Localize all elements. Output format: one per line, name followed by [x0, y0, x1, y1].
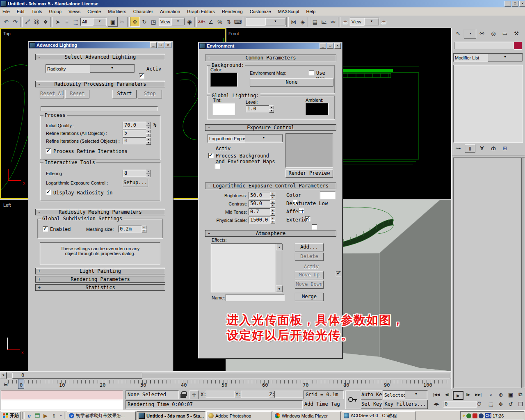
level-spinner[interactable]: ▴▾: [269, 105, 274, 112]
contrast-spinner[interactable]: ▴▾: [270, 200, 275, 207]
play-icon[interactable]: ▶: [453, 391, 463, 400]
use-map-checkbox[interactable]: [309, 70, 314, 75]
meshing-size-field[interactable]: 0.2m: [118, 226, 143, 233]
reset-button[interactable]: Reset: [65, 90, 89, 98]
ref-coord-dropdown[interactable]: View▼: [159, 18, 185, 26]
schematic-view-icon[interactable]: ⚯: [329, 17, 338, 26]
zoom-extents-all-icon[interactable]: ⧉: [516, 390, 525, 399]
menu-create[interactable]: Create: [87, 9, 101, 14]
trackbar-left-arrow[interactable]: <: [0, 372, 7, 379]
selection-filter-dropdown[interactable]: All▼: [80, 18, 107, 26]
rotate-icon[interactable]: ↻: [140, 17, 149, 26]
remove-modifier-icon[interactable]: ȸ: [488, 144, 498, 152]
rollout-rendering-parameters[interactable]: +Rendering Parameters: [35, 276, 165, 283]
maxscript-listener-pink[interactable]: [1, 390, 123, 400]
taskbar-item-wmp[interactable]: Windows Media Player: [273, 411, 341, 420]
brightness-spinner[interactable]: ▴▾: [270, 192, 275, 199]
show-end-result-icon[interactable]: ‖: [465, 144, 475, 153]
object-name-field[interactable]: [454, 42, 514, 49]
auto-key-button[interactable]: Auto Key: [361, 390, 382, 399]
open-minitrack-icon[interactable]: ⊟: [2, 381, 10, 388]
undo-icon[interactable]: ↶: [2, 17, 11, 26]
menu-help[interactable]: Help: [306, 9, 316, 14]
rollout-atmosphere[interactable]: -Atmosphere: [205, 230, 336, 237]
minimize-button[interactable]: _: [504, 1, 511, 7]
merge-button[interactable]: Merge: [295, 293, 324, 301]
exposure-color-swatch[interactable]: [320, 192, 336, 199]
move-down-button[interactable]: Move Down: [295, 281, 324, 289]
set-keys-button[interactable]: [345, 390, 360, 409]
minimize-button[interactable]: _: [320, 43, 326, 49]
menu-character[interactable]: Character: [133, 9, 153, 14]
reset-all-button[interactable]: Reset All: [40, 90, 64, 98]
brightness-field[interactable]: 50.0: [249, 192, 272, 199]
quicklaunch-desktop-icon[interactable]: 🗔︎: [33, 412, 41, 419]
menu-edit[interactable]: Edit: [17, 9, 25, 14]
render-preview-button[interactable]: Render Preview: [285, 169, 333, 178]
menu-views[interactable]: Views: [68, 9, 80, 14]
use-center-icon[interactable]: ◉: [185, 17, 194, 26]
zoom-extents-icon[interactable]: ▣: [506, 390, 515, 399]
stop-button[interactable]: Stop: [138, 90, 162, 98]
close-button[interactable]: ✕: [334, 43, 341, 49]
align-icon[interactable]: ◈: [298, 17, 307, 26]
display-radiosity-checkbox[interactable]: [46, 190, 51, 195]
quicklaunch-ie-icon[interactable]: e: [25, 412, 33, 419]
refine-selected-field[interactable]: 0: [123, 137, 147, 144]
physical-scale-field[interactable]: 1500.0: [249, 217, 272, 224]
move-icon[interactable]: ✥: [130, 17, 140, 27]
zoom-all-icon[interactable]: ⊕: [496, 390, 505, 399]
taskbar-item-acdsee[interactable]: ACDSee v4.0 - C:\教程: [342, 411, 415, 420]
volume-icon[interactable]: 🕩︎: [462, 413, 465, 418]
time-ruler[interactable]: ⊟ 0 10 20 30 40 50 60 70 80 90 100: [0, 379, 451, 389]
close-button[interactable]: ✕: [519, 1, 525, 7]
quicklaunch-overflow-icon[interactable]: »: [58, 412, 64, 419]
process-refine-checkbox[interactable]: [46, 148, 51, 154]
advanced-lighting-titlebar[interactable]: Advanced Lighting _ ❐ ✕: [29, 42, 172, 48]
rollout-radiosity-meshing[interactable]: -Radiosity Meshing Parameters: [35, 209, 165, 215]
rollout-select-advanced-lighting[interactable]: -Select Advanced Lighting: [35, 54, 165, 60]
menu-tools[interactable]: Tools: [32, 9, 42, 14]
named-selection-dropdown[interactable]: ▼: [246, 18, 286, 26]
taskbar-item-3dsmax[interactable]: Untitled - 3ds max 5 - Sta...: [137, 411, 205, 420]
quicklaunch-msn-icon[interactable]: 🯅: [50, 412, 58, 419]
window-crossing-icon[interactable]: ▣: [108, 17, 118, 27]
object-color-swatch[interactable]: [514, 42, 522, 50]
y-field[interactable]: [241, 391, 269, 398]
go-to-start-icon[interactable]: |◀◀: [432, 391, 441, 398]
title-bar[interactable]: Untitled - 3ds max 5 - Stand-alone Licen…: [0, 0, 525, 7]
refine-all-spinner[interactable]: ▴▾: [146, 130, 151, 137]
effects-list[interactable]: ▲ ▼: [211, 243, 282, 292]
absolute-offset-icon[interactable]: ✛: [189, 390, 199, 399]
menu-group[interactable]: Group: [49, 9, 62, 14]
time-config-icon[interactable]: ⏱︎: [475, 400, 483, 408]
rollout-exposure-control[interactable]: -Exposure Control: [205, 124, 336, 131]
refine-all-field[interactable]: 5: [123, 130, 147, 137]
tray-antivirus-icon[interactable]: [472, 413, 477, 418]
configure-modifier-sets-icon[interactable]: ⊞: [500, 144, 510, 152]
snap-toggle-icon[interactable]: 2.5⌁: [197, 17, 206, 26]
effect-name-field[interactable]: [226, 294, 285, 301]
viewport-front-label[interactable]: Front: [228, 31, 239, 36]
region-select-icon[interactable]: ⬚: [71, 17, 80, 26]
select-object-icon[interactable]: ➤: [53, 17, 62, 26]
delete-effect-button[interactable]: Delete: [295, 253, 324, 261]
menu-modifiers[interactable]: Modifiers: [108, 9, 126, 14]
exposure-type-dropdown[interactable]: Logarithmic Exposure Control▼: [208, 134, 283, 143]
mirror-icon[interactable]: ⋈: [289, 17, 298, 26]
bind-spacewarp-icon[interactable]: ❖: [41, 17, 50, 26]
filtering-field[interactable]: 8: [123, 170, 147, 177]
maximize-button[interactable]: ❐: [327, 43, 333, 49]
rollout-common-parameters[interactable]: -Common Parameters: [205, 55, 336, 61]
refine-selected-spinner[interactable]: ▴▾: [146, 137, 151, 144]
rollout-light-painting[interactable]: +Light Painting: [35, 268, 165, 274]
modifier-list-dropdown[interactable]: Modifier List▼: [453, 53, 523, 62]
select-by-name-icon[interactable]: ≡: [62, 17, 71, 26]
physical-scale-spinner[interactable]: ▴▾: [270, 217, 275, 224]
min-max-toggle-icon[interactable]: ❒: [516, 400, 525, 408]
menu-animation[interactable]: Animation: [160, 9, 180, 14]
z-field[interactable]: [274, 391, 303, 398]
rollout-statistics[interactable]: +Statistics: [35, 284, 165, 291]
bg-color-swatch[interactable]: [210, 73, 237, 87]
close-button[interactable]: ✕: [165, 42, 171, 48]
